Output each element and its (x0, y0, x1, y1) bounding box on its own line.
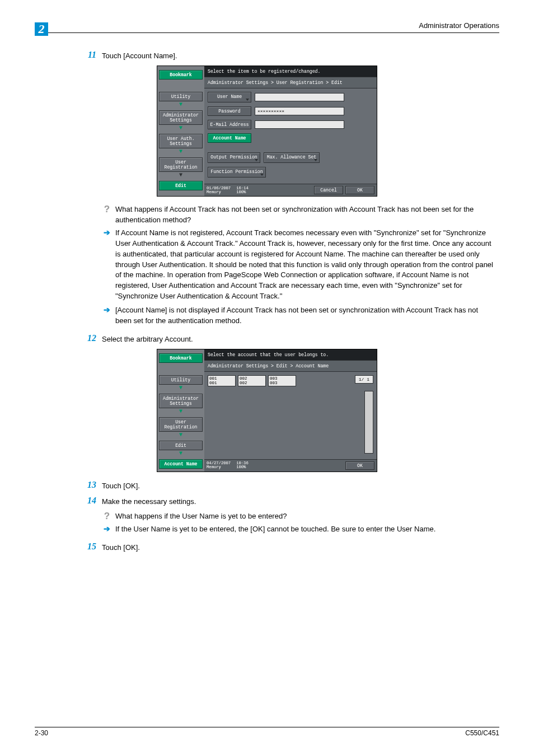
account-item[interactable]: 003 003 (268, 375, 296, 387)
breadcrumb: Administrator Settings > Edit > Account … (204, 360, 377, 372)
password-button[interactable]: Password (208, 106, 251, 116)
breadcrumb: Administrator Settings > User Registrati… (204, 77, 377, 88)
user-name-field[interactable] (255, 93, 344, 101)
tab-user-auth-settings[interactable]: User Auth. Settings (159, 134, 203, 148)
tab-utility[interactable]: Utility (159, 92, 203, 101)
step-number-13: 13 (79, 480, 96, 490)
answer-text-3: If the User Name is yet to be entered, t… (115, 524, 494, 535)
account-item[interactable]: 001 001 (208, 375, 236, 387)
account-item[interactable]: 002 002 (238, 375, 266, 387)
screen-title: Select the account that the user belongs… (204, 349, 377, 360)
page-number: 2-30 (35, 729, 48, 737)
step-text-11: Touch [Account Name]. (102, 50, 177, 61)
page-indicator: 1/ 1 (355, 375, 373, 384)
scrollbar[interactable] (364, 391, 373, 454)
cancel-button[interactable]: Cancel (314, 186, 343, 194)
down-arrow-icon: ▼ (157, 172, 204, 178)
step-text-15: Touch [OK]. (102, 542, 140, 553)
memory-label: Memory (207, 465, 231, 469)
tab-bookmark[interactable]: Bookmark (159, 70, 203, 80)
tab-edit[interactable]: Edit (159, 441, 203, 450)
email-field[interactable] (255, 120, 344, 129)
answer-text-2: [Account Name] is not displayed if Accou… (115, 305, 494, 326)
arrow-right-icon: ➔ (102, 524, 112, 534)
chapter-number: 2 (35, 22, 48, 36)
account-id: 002 (240, 376, 264, 381)
tab-user-registration[interactable]: User Registration (159, 417, 203, 432)
down-arrow-icon: ▼ (157, 125, 204, 131)
step-text-13: Touch [OK]. (102, 480, 140, 491)
tab-bookmark[interactable]: Bookmark (159, 353, 203, 363)
page-header-title: Administrator Operations (35, 21, 499, 31)
down-arrow-icon: ▼ (157, 451, 204, 456)
step-number-14: 14 (79, 496, 96, 506)
tab-admin-settings[interactable]: Administrator Settings (159, 394, 203, 408)
tab-user-registration[interactable]: User Registration (159, 157, 203, 172)
tab-account-name[interactable]: Account Name (159, 459, 203, 469)
account-name: 002 (240, 381, 264, 385)
down-arrow-icon: ▼ (157, 102, 204, 108)
account-id: 001 (209, 376, 234, 381)
screen-title: Select the item to be registered/changed… (204, 66, 377, 77)
tab-admin-settings[interactable]: Administrator Settings (159, 110, 203, 125)
account-name: 001 (209, 381, 234, 385)
tab-utility[interactable]: Utility (159, 375, 203, 385)
email-button[interactable]: E-Mail Address (208, 120, 251, 129)
step-text-14: Make the necessary settings. (102, 496, 196, 507)
password-field[interactable]: ×××××××××× (255, 107, 344, 115)
doc-model: C550/C451 (465, 729, 499, 737)
screenshot-edit-user: Bookmark Utility ▼ Administrator Setting… (157, 66, 377, 197)
account-name: 003 (270, 381, 294, 385)
question-text-2: What happens if the User Name is yet to … (115, 511, 494, 522)
ok-button[interactable]: OK (345, 186, 374, 194)
question-text-1: What happens if Account Track has not be… (115, 204, 494, 226)
ok-button[interactable]: OK (345, 461, 374, 470)
down-arrow-icon: ▼ (157, 385, 204, 391)
step-text-12: Select the arbitrary Account. (102, 333, 193, 344)
output-permission-button[interactable]: Output Permission (208, 152, 260, 163)
step-number-12: 12 (79, 333, 96, 343)
question-mark-icon: ? (102, 204, 112, 214)
down-arrow-icon: ▼ (157, 432, 204, 438)
step-number-11: 11 (79, 50, 96, 60)
account-name-button[interactable]: Account Name (208, 133, 251, 143)
tab-edit[interactable]: Edit (159, 181, 203, 190)
screenshot-account-list: Bookmark Utility ▼ Administrator Setting… (157, 349, 377, 472)
memory-label: Memory (207, 190, 231, 194)
arrow-right-icon: ➔ (102, 305, 112, 315)
memory-pct: 100% (236, 190, 249, 194)
memory-pct: 100% (236, 465, 249, 469)
arrow-right-icon: ➔ (102, 228, 112, 237)
answer-text-1: If Account Name is not registered, Accou… (115, 228, 494, 302)
step-number-15: 15 (79, 542, 96, 552)
account-id: 003 (270, 376, 294, 381)
down-arrow-icon: ▼ (157, 149, 204, 155)
user-name-button[interactable]: User Name (208, 92, 251, 102)
function-permission-button[interactable]: Function Permission (208, 167, 266, 178)
down-arrow-icon: ▼ (157, 409, 204, 414)
max-allowance-button[interactable]: Max. Allowance Set (264, 152, 320, 163)
question-mark-icon: ? (102, 511, 112, 521)
